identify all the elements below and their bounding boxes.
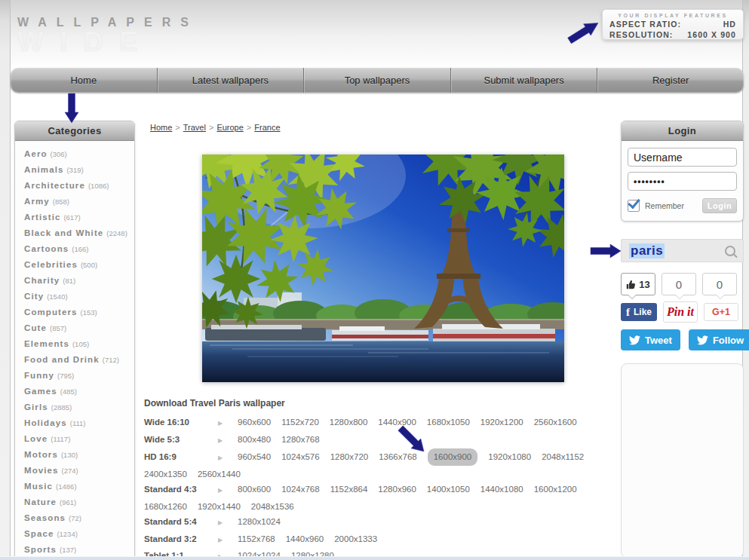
- username-field[interactable]: [628, 148, 737, 167]
- resolution-link[interactable]: 1440x960: [286, 531, 324, 547]
- resolution-link[interactable]: 1400x1050: [427, 482, 470, 497]
- category-label: Food and Drink: [24, 355, 100, 364]
- resolution-link[interactable]: 2048x1152: [542, 449, 584, 465]
- resolution-link[interactable]: 1024x768: [281, 482, 320, 497]
- breadcrumb-france[interactable]: France: [254, 123, 280, 132]
- resolution-link[interactable]: 1920x1200: [480, 415, 523, 430]
- category-count: (153): [81, 308, 97, 317]
- resolution-link[interactable]: 1366x768: [379, 449, 417, 465]
- twitter-follow-button[interactable]: Follow: [689, 329, 749, 350]
- category-label: Cute: [24, 323, 47, 332]
- category-label: Charity: [24, 276, 60, 285]
- eiffel-tower-wallpaper-graphic: [202, 155, 564, 382]
- resolution-link[interactable]: 1280x960: [378, 482, 416, 497]
- category-item[interactable]: Music (1486): [24, 482, 134, 497]
- category-item[interactable]: Cute (857): [24, 323, 134, 339]
- category-item[interactable]: Artistic (617): [24, 213, 134, 228]
- nav-top-wallpapers[interactable]: Top wallpapers: [304, 68, 451, 93]
- resolution-link[interactable]: 2560x1600: [534, 415, 577, 430]
- password-field[interactable]: [628, 172, 737, 191]
- search-button[interactable]: [717, 240, 743, 262]
- category-item[interactable]: Love (1117): [24, 434, 134, 450]
- category-item[interactable]: Black and White (2248): [24, 228, 134, 244]
- resolution-link[interactable]: 1152x864: [330, 482, 368, 497]
- search-bar[interactable]: paris: [621, 239, 744, 262]
- resolution-link[interactable]: 1600x1200: [534, 482, 577, 497]
- resolution-link[interactable]: 1680x1260: [144, 499, 187, 515]
- nav-submit-wallpapers[interactable]: Submit wallpapers: [451, 68, 598, 93]
- resolution-link[interactable]: 1280x800: [330, 415, 368, 430]
- category-label: Girls: [24, 402, 48, 412]
- category-item[interactable]: Seasons (72): [24, 513, 134, 529]
- google-plus-one-button[interactable]: G+1: [704, 303, 738, 321]
- category-item[interactable]: City (1540): [24, 292, 134, 308]
- category-item[interactable]: Charity (81): [24, 276, 134, 292]
- resolution-link[interactable]: 1440x900: [378, 415, 416, 430]
- gplus-count: 0: [702, 273, 737, 295]
- resolution-link[interactable]: 2560x1440: [198, 467, 241, 482]
- resolution-link[interactable]: 2000x1333: [334, 531, 377, 547]
- resolution-link[interactable]: 1152x768: [238, 531, 275, 547]
- category-item[interactable]: Army (858): [24, 197, 134, 213]
- resolution-link[interactable]: 1280x1024: [238, 514, 281, 530]
- search-icon: [725, 246, 735, 256]
- category-item[interactable]: Holidays (111): [24, 418, 134, 434]
- category-item[interactable]: Aero (306): [24, 149, 134, 165]
- nav-register[interactable]: Register: [597, 68, 744, 93]
- site-logo[interactable]: WALLPAPERS WIDE: [17, 16, 198, 55]
- breadcrumb-travel[interactable]: Travel: [183, 123, 206, 132]
- breadcrumb-europe[interactable]: Europe: [216, 123, 243, 132]
- download-resolution-row: Standard 5:4 ▶ 1280x1024: [144, 514, 627, 531]
- category-item[interactable]: Food and Drink (712): [24, 355, 134, 371]
- facebook-like-button[interactable]: f Like: [621, 303, 657, 321]
- nav-latest-wallpapers[interactable]: Latest wallpapers: [158, 68, 305, 93]
- resolution-link[interactable]: 1024x576: [281, 449, 320, 465]
- resolution-link[interactable]: 2048x1536: [251, 499, 294, 515]
- category-item[interactable]: Movies (274): [24, 466, 134, 482]
- resolution-link[interactable]: 1600x900: [428, 448, 478, 466]
- resolution-link[interactable]: 800x480: [238, 432, 271, 448]
- resolution-link[interactable]: 1920x1440: [198, 499, 241, 515]
- category-count: (712): [103, 356, 119, 364]
- category-item[interactable]: Celebrities (500): [24, 260, 134, 276]
- category-item[interactable]: Animals (319): [24, 165, 134, 181]
- login-button[interactable]: Login: [702, 198, 737, 213]
- category-count: (306): [51, 150, 67, 158]
- twitter-bird-icon: [697, 335, 708, 345]
- pinterest-pin-button[interactable]: Pin it: [663, 301, 698, 323]
- resolution-link[interactable]: 1680x1050: [427, 415, 470, 430]
- facebook-like-count: 13: [621, 273, 655, 295]
- nav-home[interactable]: Home: [11, 68, 158, 93]
- download-resolution-row: Standard 4:3 ▶ 800x600 1024x768 1152x864: [144, 482, 627, 514]
- category-count: (111): [70, 419, 86, 427]
- category-item[interactable]: Cartoons (166): [24, 244, 134, 260]
- resolution-link[interactable]: 800x600: [238, 482, 271, 497]
- remember-checkbox[interactable]: [628, 200, 640, 212]
- category-item[interactable]: Nature (961): [24, 497, 134, 513]
- resolution-link[interactable]: 960x600: [238, 415, 271, 430]
- category-item[interactable]: Space (1234): [24, 529, 134, 545]
- category-label: Army: [24, 197, 50, 206]
- category-item[interactable]: Motors (130): [24, 450, 134, 466]
- category-item[interactable]: Funny (795): [24, 371, 134, 387]
- tweet-button[interactable]: Tweet: [621, 329, 680, 350]
- category-item[interactable]: Girls (2885): [24, 402, 134, 418]
- pinterest-logo: Pin it: [667, 305, 694, 319]
- wallpaper-preview-image[interactable]: [202, 155, 564, 382]
- resolution-link[interactable]: 1280x720: [330, 449, 369, 465]
- category-item[interactable]: Architecture (1086): [24, 181, 134, 197]
- breadcrumb-home[interactable]: Home: [150, 123, 172, 132]
- resolution-link[interactable]: 2400x1350: [144, 467, 187, 482]
- category-item[interactable]: Games (485): [24, 387, 134, 402]
- category-item[interactable]: Computers (153): [24, 308, 134, 323]
- resolution-link[interactable]: 1920x1080: [488, 449, 531, 465]
- download-groups: Wide 16:10 ▶ 960x600 1152x720 1280x800: [144, 415, 627, 560]
- resolution-link[interactable]: 1440x1080: [480, 482, 523, 497]
- search-input[interactable]: paris: [629, 243, 665, 259]
- category-count: (105): [72, 340, 89, 348]
- category-item[interactable]: Elements (105): [24, 339, 134, 355]
- resolution-link[interactable]: 960x540: [238, 449, 271, 465]
- resolution-link[interactable]: 1280x768: [281, 432, 320, 448]
- resolution-label: RESOLUTION:: [609, 30, 673, 39]
- resolution-link[interactable]: 1152x720: [281, 415, 319, 430]
